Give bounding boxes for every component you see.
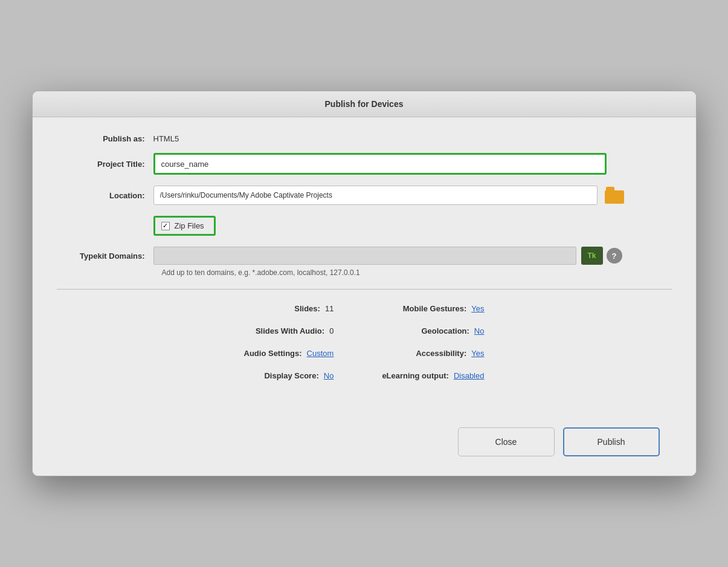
publish-as-label: Publish as: <box>57 134 153 143</box>
typekit-row: Typekit Domains: Tk ? <box>57 247 672 265</box>
location-label: Location: <box>57 191 153 200</box>
typekit-help-button[interactable]: ? <box>607 248 622 264</box>
project-title-input[interactable] <box>153 153 607 175</box>
mobile-gestures-label: Mobile Gestures: <box>403 304 466 313</box>
zip-files-row: ✓ Zip Files <box>153 216 672 236</box>
browse-folder-button[interactable] <box>604 186 625 205</box>
audio-settings-label: Audio Settings: <box>244 349 302 358</box>
button-row: Close Publish <box>57 418 672 461</box>
display-score-label: Display Score: <box>264 371 318 380</box>
typekit-input[interactable] <box>153 247 576 265</box>
folder-icon <box>605 187 624 204</box>
close-button[interactable]: Close <box>458 427 555 456</box>
geolocation-stat: Geolocation: No <box>421 326 484 335</box>
display-score-stat: Display Score: No <box>264 371 333 380</box>
typekit-btn-label: Tk <box>587 251 596 260</box>
slides-stat: Slides: 11 <box>294 304 333 313</box>
audio-settings-stat: Audio Settings: Custom <box>244 349 334 358</box>
accessibility-stat: Accessibility: Yes <box>416 349 484 358</box>
typekit-hint: Add up to ten domains, e.g. *.adobe.com,… <box>162 268 672 277</box>
slides-audio-stat: Slides With Audio: 0 <box>256 326 333 335</box>
project-title-row: Project Title: <box>57 153 672 175</box>
geolocation-link[interactable]: No <box>474 326 485 335</box>
mobile-gestures-stat: Mobile Gestures: Yes <box>403 304 485 313</box>
project-title-label: Project Title: <box>57 160 153 169</box>
stats-section: Slides: 11 Slides With Audio: 0 Audio Se… <box>57 304 672 394</box>
accessibility-link[interactable]: Yes <box>471 349 484 358</box>
elearning-link[interactable]: Disabled <box>454 371 485 380</box>
audio-settings-link[interactable]: Custom <box>307 349 334 358</box>
zip-files-label: Zip Files <box>175 221 204 230</box>
stats-left-col: Slides: 11 Slides With Audio: 0 Audio Se… <box>244 304 334 394</box>
dialog-body: Publish as: HTML5 Project Title: Locatio… <box>33 117 696 476</box>
help-icon: ? <box>612 251 617 261</box>
typekit-label: Typekit Domains: <box>57 251 153 261</box>
elearning-stat: eLearning output: Disabled <box>382 371 484 380</box>
stats-right-col: Mobile Gestures: Yes Geolocation: No Acc… <box>382 304 484 394</box>
typekit-button[interactable]: Tk <box>581 247 603 265</box>
dialog-title: Publish for Devices <box>325 99 404 109</box>
slides-audio-label: Slides With Audio: <box>256 326 324 335</box>
mobile-gestures-link[interactable]: Yes <box>471 304 484 313</box>
location-input[interactable] <box>153 186 598 205</box>
publish-button[interactable]: Publish <box>563 427 660 456</box>
geolocation-label: Geolocation: <box>421 326 469 335</box>
slides-label: Slides: <box>294 304 320 313</box>
slides-value: 11 <box>325 304 333 313</box>
publish-dialog: Publish for Devices Publish as: HTML5 Pr… <box>32 91 697 476</box>
publish-as-value: HTML5 <box>153 134 179 143</box>
slides-audio-value: 0 <box>329 326 333 335</box>
title-bar: Publish for Devices <box>33 91 696 117</box>
form-section: Publish as: HTML5 Project Title: Locatio… <box>57 134 672 277</box>
display-score-link[interactable]: No <box>324 371 334 380</box>
zip-files-checkbox[interactable]: ✓ <box>161 222 170 230</box>
accessibility-label: Accessibility: <box>416 349 466 358</box>
publish-as-row: Publish as: HTML5 <box>57 134 672 143</box>
location-row: Location: <box>57 186 672 205</box>
divider <box>57 289 672 290</box>
zip-files-checkbox-wrapper[interactable]: ✓ Zip Files <box>153 216 216 236</box>
elearning-label: eLearning output: <box>382 371 449 380</box>
